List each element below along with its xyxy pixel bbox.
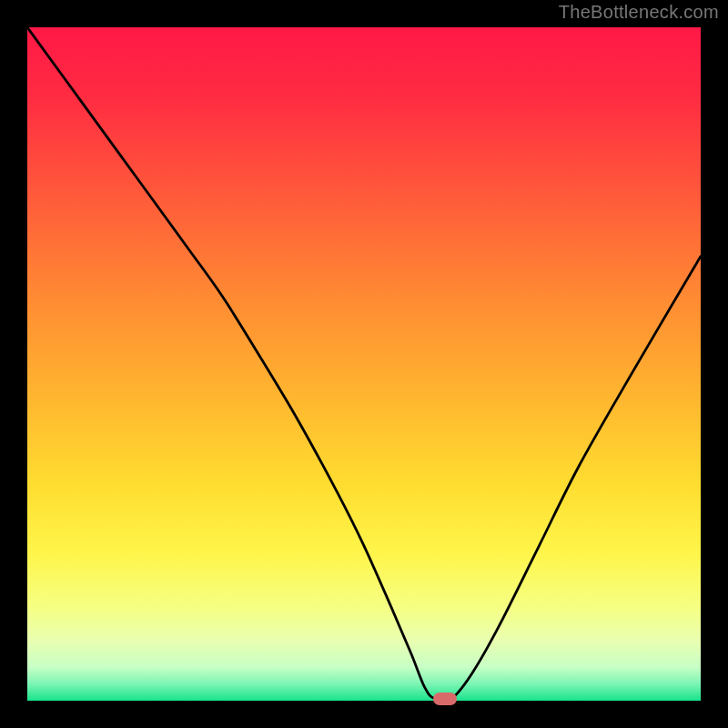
plot-area: [27, 27, 701, 701]
chart-frame: TheBottleneck.com: [0, 0, 728, 728]
bottleneck-curve: [27, 27, 701, 701]
optimal-point-marker: [433, 693, 457, 705]
watermark-text: TheBottleneck.com: [559, 2, 719, 23]
